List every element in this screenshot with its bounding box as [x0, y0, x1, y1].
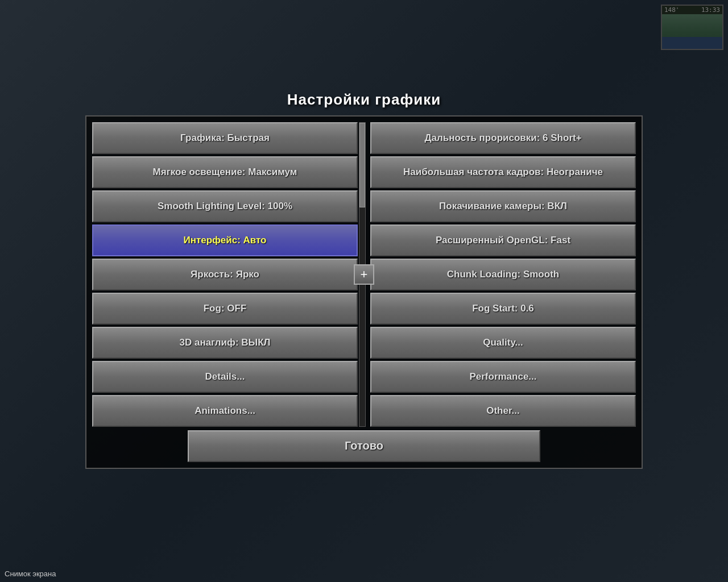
- left-scroll-thumb[interactable]: [359, 123, 365, 208]
- right-btn-label-other: Other...: [486, 405, 520, 417]
- left-btn-label-brightness: Яркость: Ярко: [191, 269, 259, 280]
- left-btn-brightness[interactable]: Яркость: Ярко: [92, 259, 358, 290]
- left-btn-label-fog: Fog: OFF: [204, 303, 247, 314]
- right-btn-label-fog-start: Fog Start: 0.6: [472, 303, 534, 314]
- left-column-wrap: Графика: БыстраяМягкое освещение: Максим…: [92, 122, 358, 427]
- left-btn-gui-scale[interactable]: Интерфейс: Авто: [92, 225, 358, 256]
- right-btn-max-framerate[interactable]: Наибольшая частота кадров: Неограниче: [370, 156, 636, 188]
- left-btn-3d-anaglyph[interactable]: 3D анаглиф: ВЫКЛ: [92, 327, 358, 359]
- left-btn-details[interactable]: Details...: [92, 361, 358, 393]
- right-column: Дальность прорисовки: 6 Short+Наибольшая…: [370, 122, 636, 427]
- left-btn-label-details: Details...: [205, 371, 245, 383]
- screenshot-text: Снимок экрана: [5, 569, 56, 578]
- left-btn-animations[interactable]: Animations...: [92, 395, 358, 427]
- settings-modal: Настройки графики Графика: БыстраяМягкое…: [85, 91, 643, 469]
- left-btn-smooth-level[interactable]: Smooth Lighting Level: 100%: [92, 190, 358, 222]
- left-btn-label-soft-lighting: Мягкое освещение: Максимум: [153, 167, 297, 178]
- left-btn-label-animations: Animations...: [195, 405, 255, 417]
- right-btn-performance[interactable]: Performance...: [370, 361, 636, 393]
- right-btn-label-render-distance: Дальность прорисовки: 6 Short+: [424, 132, 581, 144]
- right-btn-chunk-loading[interactable]: Chunk Loading: Smooth: [370, 259, 636, 290]
- right-btn-label-quality: Quality...: [483, 337, 523, 348]
- settings-grid: Графика: БыстраяМягкое освещение: Максим…: [92, 122, 636, 427]
- left-btn-label-3d-anaglyph: 3D анаглиф: ВЫКЛ: [179, 337, 270, 348]
- left-column: Графика: БыстраяМягкое освещение: Максим…: [92, 122, 358, 427]
- right-btn-quality[interactable]: Quality...: [370, 327, 636, 359]
- left-btn-label-smooth-level: Smooth Lighting Level: 100%: [158, 201, 292, 212]
- modal-title: Настройки графики: [85, 91, 643, 109]
- left-btn-soft-lighting[interactable]: Мягкое освещение: Максимум: [92, 156, 358, 188]
- right-btn-label-chunk-loading: Chunk Loading: Smooth: [447, 269, 559, 280]
- done-button[interactable]: Готово: [188, 430, 540, 462]
- left-btn-label-graphics: Графика: Быстрая: [180, 132, 270, 144]
- right-btn-label-camera-bob: Покачивание камеры: ВКЛ: [439, 201, 567, 212]
- left-btn-label-gui-scale: Интерфейс: Авто: [183, 235, 266, 246]
- plus-button[interactable]: +: [354, 264, 374, 285]
- settings-panel: Графика: БыстраяМягкое освещение: Максим…: [85, 115, 643, 469]
- status-bar: Снимок экрана: [0, 565, 728, 582]
- right-btn-label-performance: Performance...: [469, 371, 536, 383]
- right-btn-label-advanced-opengl: Расширенный OpenGL: Fast: [436, 235, 570, 246]
- modal-backdrop: Настройки графики Графика: БыстраяМягкое…: [0, 0, 728, 582]
- right-btn-label-max-framerate: Наибольшая частота кадров: Неограниче: [403, 167, 603, 178]
- right-btn-other[interactable]: Other...: [370, 395, 636, 427]
- left-btn-graphics[interactable]: Графика: Быстрая: [92, 122, 358, 154]
- right-btn-fog-start[interactable]: Fog Start: 0.6: [370, 293, 636, 325]
- right-btn-camera-bob[interactable]: Покачивание камеры: ВКЛ: [370, 190, 636, 222]
- left-btn-fog[interactable]: Fog: OFF: [92, 293, 358, 325]
- done-button-wrap: Готово: [92, 430, 636, 462]
- right-btn-advanced-opengl[interactable]: Расширенный OpenGL: Fast: [370, 225, 636, 256]
- right-btn-render-distance[interactable]: Дальность прорисовки: 6 Short+: [370, 122, 636, 154]
